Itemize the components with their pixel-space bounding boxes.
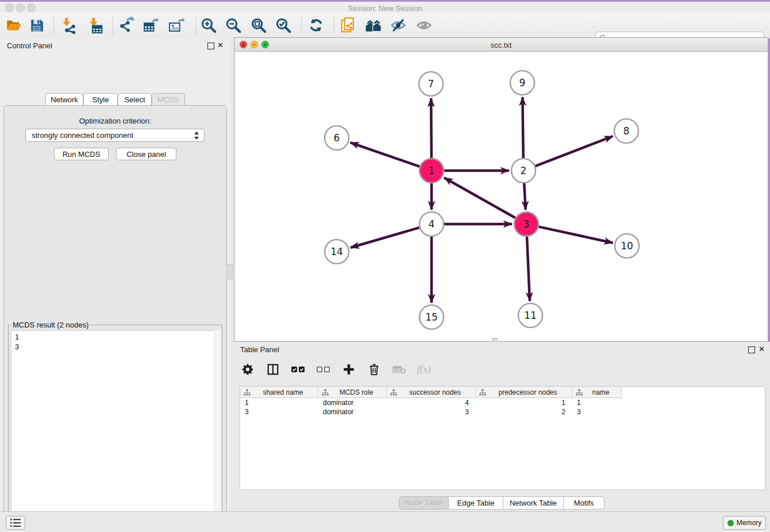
add-column-icon[interactable] (341, 362, 356, 377)
network-resize-handle[interactable] (492, 338, 498, 342)
graph-node-9[interactable]: 9 (510, 71, 534, 95)
optimization-criterion-label: Optimization criterion: (0, 117, 230, 125)
tab-mcds[interactable]: MCDS (152, 93, 185, 106)
graph-node-11[interactable]: 11 (518, 303, 542, 327)
graph-edge-2-3[interactable] (524, 183, 525, 210)
zoom-out-icon[interactable] (224, 16, 243, 35)
deselect-all-checkboxes-icon[interactable] (316, 362, 331, 377)
tab-select[interactable]: Select (118, 93, 152, 106)
select-all-checkboxes-icon[interactable] (291, 362, 306, 377)
save-session-icon[interactable] (27, 16, 47, 35)
mcds-result-group: MCDS result (2 nodes) 1 3 (8, 321, 222, 532)
graph-edge-1-6[interactable] (351, 142, 420, 167)
graph-edge-3-11[interactable] (527, 237, 530, 301)
network-window-titlebar[interactable]: x − + scc.txt (234, 38, 768, 52)
tab-motifs[interactable]: Motifs (564, 496, 605, 510)
tab-network[interactable]: Network (45, 93, 83, 106)
graph-node-10[interactable]: 10 (615, 234, 639, 258)
open-file-icon[interactable] (4, 16, 24, 35)
home-icon[interactable] (364, 16, 383, 35)
cell-name[interactable]: 1 (572, 398, 622, 407)
graph-edge-2-9[interactable] (522, 97, 523, 158)
network-canvas[interactable]: 7968124314101511 (234, 51, 768, 341)
column-header-successor-nodes[interactable]: successor nodes (387, 387, 476, 398)
function-builder-icon-disabled: f(x) (417, 364, 431, 375)
select-stepper-icon (194, 132, 199, 140)
graph-edge-4-14[interactable] (351, 228, 419, 248)
memory-button[interactable]: Memory (723, 516, 766, 530)
graph-edge-2-8[interactable] (536, 136, 613, 166)
graph-node-8[interactable]: 8 (614, 119, 638, 143)
graph-node-1[interactable]: 1 (419, 159, 444, 183)
app-title: Session: New Session (0, 4, 770, 13)
graph-node-6[interactable]: 6 (325, 126, 349, 150)
graph-edge-1-7[interactable] (431, 98, 432, 158)
cell-shared-name[interactable]: 3 (240, 407, 318, 417)
delete-selected-trash-icon[interactable] (367, 362, 382, 377)
export-network-icon[interactable] (117, 16, 136, 35)
close-panel-button[interactable]: Close panel (116, 148, 176, 160)
graph-node-15[interactable]: 15 (419, 305, 444, 329)
svg-text:15: 15 (425, 311, 438, 323)
node-table-body: 1dominator4113dominator323 (240, 398, 765, 417)
run-mcds-button[interactable]: Run MCDS (54, 148, 109, 160)
export-image-icon[interactable] (167, 16, 186, 35)
column-header-name[interactable]: name (572, 387, 622, 398)
graph-node-7[interactable]: 7 (419, 72, 443, 96)
table-tabs: Node TableEdge TableNetwork TableMotifs (399, 496, 605, 510)
cell-successor-nodes[interactable]: 3 (387, 407, 476, 417)
svg-text:1: 1 (429, 165, 435, 176)
list-icon (10, 518, 21, 527)
optimization-criterion-select[interactable]: strongly connected component (25, 129, 205, 142)
cell-successor-nodes[interactable]: 4 (387, 398, 476, 407)
graph-node-2[interactable]: 2 (511, 159, 536, 183)
table-panel-float-icon[interactable] (748, 346, 755, 353)
column-header-shared-name[interactable]: shared name (240, 387, 318, 398)
task-history-button[interactable] (6, 516, 25, 530)
mcds-result-scrollbar[interactable] (214, 330, 221, 532)
tab-edge-table[interactable]: Edge Table (449, 496, 503, 510)
export-table-icon[interactable] (141, 16, 161, 35)
import-table-icon[interactable] (86, 16, 105, 35)
column-header-MCDS-role[interactable]: MCDS role (318, 387, 387, 398)
network-window-title: scc.txt (234, 41, 768, 49)
panel-splitter-handle[interactable] (226, 264, 233, 279)
show-columns-icon[interactable] (265, 362, 280, 377)
column-header-label: predecessor nodes (490, 388, 572, 396)
zoom-fit-icon[interactable] (249, 16, 268, 35)
tab-node-table[interactable]: Node Table (399, 496, 449, 510)
graph-node-14[interactable]: 14 (325, 240, 349, 264)
cell-name[interactable]: 3 (572, 407, 622, 417)
duplicate-network-icon[interactable] (338, 16, 358, 35)
node-table-header: shared nameMCDS rolesuccessor nodesprede… (240, 387, 765, 398)
control-panel-float-icon[interactable] (207, 43, 214, 49)
table-settings-gear-icon[interactable] (240, 362, 255, 377)
column-header-label: MCDS role (332, 388, 386, 396)
table-panel-close-icon[interactable]: ✕ (759, 346, 765, 352)
app-titlebar: Session: New Session (0, 2, 770, 13)
tab-network-table[interactable]: Network Table (503, 496, 564, 510)
zoom-selected-icon[interactable] (274, 16, 293, 35)
refresh-view-icon[interactable] (306, 16, 326, 35)
svg-text:3: 3 (523, 218, 530, 230)
column-type-icon (576, 389, 583, 396)
cell-MCDS-role[interactable]: dominator (318, 398, 387, 407)
hide-panel-eye-icon[interactable] (388, 16, 408, 35)
cell-shared-name[interactable]: 1 (240, 398, 318, 407)
column-type-icon (390, 389, 397, 396)
zoom-in-icon[interactable] (199, 16, 218, 35)
memory-status-dot (727, 520, 734, 526)
cell-predecessor-nodes[interactable]: 2 (476, 407, 572, 417)
import-network-icon[interactable] (59, 16, 78, 35)
graph-node-4[interactable]: 4 (419, 212, 444, 236)
tab-style[interactable]: Style (83, 93, 118, 106)
control-panel-close-icon[interactable]: ✕ (217, 42, 224, 48)
column-header-predecessor-nodes[interactable]: predecessor nodes (476, 387, 572, 398)
graph-edge-3-10[interactable] (538, 227, 613, 243)
cell-predecessor-nodes[interactable]: 1 (476, 398, 572, 407)
table-panel: Table Panel ✕ f(x) shared nameMCDS roles… (234, 342, 770, 511)
cell-MCDS-role[interactable]: dominator (318, 407, 387, 417)
graph-edge-3-1[interactable] (444, 178, 515, 218)
graph-node-3[interactable]: 3 (514, 212, 538, 236)
table-toolbar: f(x) (240, 359, 763, 380)
